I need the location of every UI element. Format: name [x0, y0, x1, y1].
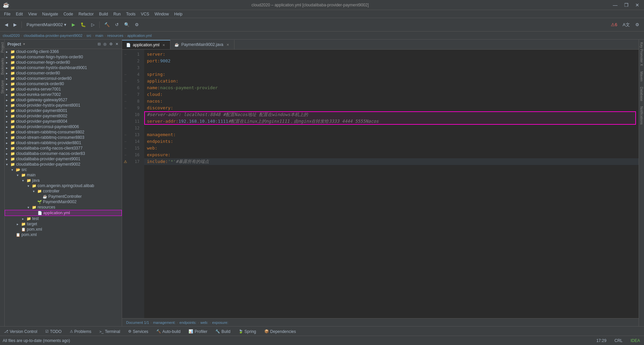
tree-item-cloud-eureka-server7001[interactable]: ▸📁cloud-eureka-server7001 — [5, 87, 122, 92]
menu-item-refactor[interactable]: Refactor — [76, 11, 96, 17]
tree-item-cloud-consumerzk-order80[interactable]: ▸📁cloud-consumerzk-order80 — [5, 81, 122, 87]
collapse-all-button[interactable]: ⊟ — [97, 41, 101, 47]
tree-item-cloud-consumer-feign-order80[interactable]: ▸📁cloud-consumer-feign-order80 — [5, 60, 122, 65]
menu-item-window[interactable]: Window — [152, 11, 172, 17]
editor[interactable]: ––––––––––⚠ 1234567891011121314151617 se… — [122, 50, 639, 318]
close-panel-button[interactable]: ✕ — [115, 41, 119, 47]
fold-gutter-4[interactable]: – — [122, 71, 129, 78]
tree-item-cloud-provider-hystrix-payment8001[interactable]: ▸📁cloud-provider-hystrix-payment8001 — [5, 103, 122, 108]
menu-item-view[interactable]: View — [25, 11, 40, 17]
tree-item-resources[interactable]: ▾📁resources — [5, 205, 122, 210]
tree-item-pom.xml-child[interactable]: 📋pom.xml — [5, 227, 122, 232]
debug-button[interactable]: 🐛 — [78, 21, 88, 28]
tree-item-cloudalibaba-consumer-nacos-order83[interactable]: ▸📁cloudalibaba-consumer-nacos-order83 — [5, 151, 122, 156]
tree-item-PaymentController[interactable]: ☕PaymentController — [5, 194, 122, 199]
bottom-tab-problems[interactable]: ⚠Problems — [67, 328, 94, 335]
bottom-tab-dependencies[interactable]: 📦Dependencies — [262, 328, 299, 335]
bottom-tab-profiler[interactable]: 📊Profiler — [186, 328, 210, 335]
search-button[interactable]: 🔍 — [122, 21, 131, 28]
key-promoter-tab[interactable]: Key Promoter X — [639, 40, 644, 69]
fold-gutter-14[interactable]: – — [122, 138, 129, 145]
breadcrumb-item-4[interactable]: resources — [107, 34, 123, 38]
close-button[interactable]: ✕ — [633, 2, 641, 8]
tree-item-target[interactable]: ▸📁target — [5, 221, 122, 227]
menu-item-help[interactable]: Help — [171, 11, 185, 17]
tree-item-cloud-provider-payment8004[interactable]: ▸📁cloud-provider-payment8004 — [5, 119, 122, 124]
editor-breadcrumb-item-0[interactable]: Document 1/1 — [126, 321, 149, 325]
tree-item-application.yml[interactable]: 📄application.yml — [5, 210, 122, 216]
tree-item-java[interactable]: ▾📁java — [5, 178, 122, 183]
bottom-tab-services[interactable]: ⚙Services — [125, 328, 151, 335]
breadcrumb-item-0[interactable]: cloud2020 — [3, 34, 20, 38]
notifications-tab[interactable]: Notifications — [639, 104, 644, 127]
fold-gutter-9[interactable]: – — [122, 105, 129, 111]
encoding-status[interactable]: CRL — [613, 338, 624, 344]
tree-item-controller[interactable]: ▾📁controller — [5, 188, 122, 194]
maximize-button[interactable]: ❐ — [622, 2, 631, 8]
tree-item-cloud-consumer-feign-hystrix-order80[interactable]: ▸📁cloud-consumer-feign-hystrix-order80 — [5, 54, 122, 60]
fold-gutter-13[interactable]: – — [122, 131, 129, 138]
editor-tab-application.yml[interactable]: 📄application.yml✕ — [122, 40, 170, 49]
menu-item-file[interactable]: File — [1, 11, 13, 17]
editor-breadcrumb-item-3[interactable]: web: — [201, 321, 208, 325]
project-tab[interactable]: Project — [0, 40, 4, 55]
tree-item-test[interactable]: ▸📁test — [5, 216, 122, 221]
coverage-button[interactable]: ▷ — [89, 21, 97, 28]
tree-item-cloud-consumerconsul-order80[interactable]: ▸📁cloud-consumerconsul-order80 — [5, 76, 122, 81]
settings2-button[interactable]: ⚙ — [633, 21, 641, 28]
menu-item-code[interactable]: Code — [61, 11, 76, 17]
structure-tab[interactable]: Structure — [0, 77, 4, 97]
bottom-tab-version-control[interactable]: ⎇Version Control — [1, 328, 40, 335]
tab-close-PaymentMain9002.java[interactable]: ✕ — [225, 43, 230, 47]
tree-item-cloud-provider-payment8002[interactable]: ▸📁cloud-provider-payment8002 — [5, 113, 122, 119]
database-tab[interactable]: Database — [639, 84, 644, 104]
fold-gutter-7[interactable]: – — [122, 91, 129, 98]
tree-item-cloud-consumer-order80[interactable]: ▸📁cloud-consumer-order80 — [5, 70, 122, 76]
tree-item-cloudalibaba-config-nacos-client3377[interactable]: ▸📁cloudalibaba-config-nacos-client3377 — [5, 146, 122, 151]
run-button[interactable]: ▶ — [70, 21, 77, 28]
rebuild-button[interactable]: ↺ — [113, 21, 121, 28]
breadcrumb-item-3[interactable]: main — [95, 34, 103, 38]
build-button[interactable]: 🔨 — [102, 21, 112, 28]
tree-item-cloud-config-client[interactable]: ▸📁cloud-config-client-3366 — [5, 49, 122, 54]
tree-item-main[interactable]: ▾📁main — [5, 172, 122, 178]
fold-gutter-8[interactable]: – — [122, 98, 129, 105]
vcs-status[interactable]: IDEA — [629, 338, 641, 344]
bottom-tab-todo[interactable]: ☑TODO — [43, 328, 64, 335]
tree-item-cloudalibaba-provider-payment9001[interactable]: ▸📁cloudalibaba-provider-payment9001 — [5, 156, 122, 162]
minimize-button[interactable]: — — [611, 2, 620, 8]
forward-button[interactable]: ▶ — [11, 21, 19, 28]
bookmarks-tab[interactable]: Bookmarks — [0, 55, 4, 77]
tree-item-cloud-consumer-hystrix-dashboard9001[interactable]: ▸📁cloud-consumer-hystrix-dashboard9001 — [5, 65, 122, 70]
tree-item-cloud-stream-rabbitmq-provider8801[interactable]: ▸📁cloud-stream-rabbitmq-provider8801 — [5, 140, 122, 146]
fold-gutter-1[interactable]: – — [122, 51, 129, 58]
cursor-position[interactable]: 17:29 — [595, 338, 608, 344]
tree-item-src[interactable]: ▾📂src — [5, 167, 122, 172]
tree-item-pom.xml-root[interactable]: 📋pom.xml — [5, 232, 122, 237]
bottom-tab-build[interactable]: 🔧Build — [213, 328, 233, 335]
bottom-tab-spring[interactable]: 🍃Spring — [236, 328, 259, 335]
tree-item-cloudalibaba-provider-payment9002[interactable]: ▾📁cloudalibaba-provider-payment9002 — [5, 162, 122, 167]
translate-button[interactable]: A文 — [621, 20, 632, 29]
editor-tab-PaymentMain9002.java[interactable]: ☕PaymentMain9002.java✕ — [170, 40, 234, 49]
menu-item-tools[interactable]: Tools — [123, 11, 138, 17]
menu-item-navigate[interactable]: Navigate — [40, 11, 61, 17]
settings-tree-button[interactable]: ⚙ — [109, 41, 113, 47]
breadcrumb-item-1[interactable]: cloudalibaba-provider-payment9002 — [23, 34, 83, 38]
tree-item-cloud-provider-payment8001[interactable]: ▸📁cloud-provider-payment8001 — [5, 108, 122, 113]
editor-breadcrumb-item-2[interactable]: endpoints: — [179, 321, 197, 325]
menu-item-vcs[interactable]: VCS — [138, 11, 152, 17]
tree-item-cloud-stream-rabbitmq-consumer8803[interactable]: ▸📁cloud-stream-rabbitmq-consumer8803 — [5, 135, 122, 140]
scroll-to-file-button[interactable]: ◎ — [103, 41, 107, 47]
breadcrumb-item-5[interactable]: application.yml — [127, 34, 152, 38]
fold-gutter-15[interactable]: – — [122, 145, 129, 152]
bottom-tab-terminal[interactable]: >_Terminal — [97, 328, 123, 335]
tree-item-com.angenin.springcloud.alibab[interactable]: ▾📁com.angenin.springcloud.alibab — [5, 183, 122, 188]
run-config-selector[interactable]: PaymentMain9002 ▾ — [24, 21, 68, 28]
tree-item-cloud-eureka-server7002[interactable]: ▸📁cloud-eureka-server7002 — [5, 92, 122, 97]
error-count[interactable]: ⚠ 6 — [609, 21, 619, 28]
editor-breadcrumb-item-1[interactable]: management: — [153, 321, 175, 325]
tab-close-application.yml[interactable]: ✕ — [161, 43, 166, 47]
editor-breadcrumb-item-4[interactable]: exposure: — [212, 321, 228, 325]
code-area[interactable]: server: port: 9002spring: application: n… — [144, 50, 639, 318]
